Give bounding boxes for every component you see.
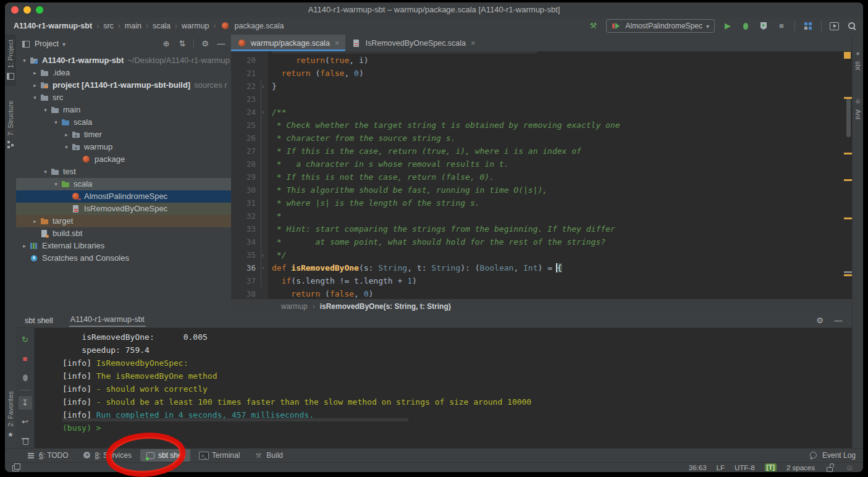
tab-package-scala[interactable]: warmup/package.scala × (231, 35, 345, 51)
tool-button-sbt[interactable]: ● sbt (853, 43, 863, 75)
gear-icon[interactable]: ⚙ (815, 316, 825, 326)
toolwindow-button-todo[interactable]: 6: TODO (21, 449, 74, 462)
build-hammer-icon[interactable]: ⚒ (588, 21, 598, 31)
run-config-select[interactable]: AlmostPalindromeSpec ▾ (606, 19, 715, 33)
fold-marker-icon[interactable]: ▵ (258, 80, 268, 93)
toolwindow-button-sbt-shell[interactable]: sbt shell (140, 449, 190, 462)
scrollbar-mark[interactable] (844, 271, 852, 273)
rerun-icon[interactable]: ↻ (20, 335, 30, 345)
tree-row-external-libraries[interactable]: ▸External Libraries (16, 240, 231, 252)
tree-expand-icon[interactable]: ▸ (30, 215, 40, 227)
tree-row-isremovedbyonespec[interactable]: IsRemovedByOneSpec (16, 203, 231, 215)
sbt-shell-tab[interactable]: A1140-r1-warmup-sbt (69, 314, 146, 327)
search-everywhere-button[interactable] (847, 21, 857, 31)
breadcrumb-package[interactable]: warmup (281, 302, 308, 311)
tool-button-ant[interactable]: ※ Ant (853, 91, 863, 125)
locate-file-icon[interactable]: ⊕ (161, 39, 171, 49)
close-icon[interactable]: × (471, 38, 476, 48)
tracking-badge[interactable]: [T] (765, 463, 777, 471)
tool-button-favorites[interactable]: 2: Favorites ★ (5, 386, 16, 444)
collapse-all-icon[interactable]: ⇅ (177, 39, 187, 49)
tree-collapse-icon[interactable]: ▾ (20, 54, 29, 67)
tree-collapse-icon[interactable]: ▾ (51, 178, 61, 190)
soft-wrap-icon[interactable]: ↩ (20, 417, 30, 427)
indent-setting[interactable]: 2 spaces (786, 464, 815, 471)
breadcrumb-item-src[interactable]: src (103, 22, 114, 30)
tree-row-project-a1140-r1-warmup-sbt-build[interactable]: ▸project [A1140-r1-warmup-sbt-build]sour… (16, 79, 231, 91)
restore-toolwindows-icon[interactable] (11, 463, 21, 473)
tree-row-src[interactable]: ▾src (16, 91, 231, 104)
tree-collapse-icon[interactable]: ▾ (41, 104, 50, 116)
tree-expand-icon[interactable]: ▸ (20, 240, 29, 252)
stop-icon[interactable]: ■ (20, 354, 30, 364)
run-window-button[interactable] (830, 22, 839, 30)
run-with-coverage-button[interactable] (759, 21, 769, 31)
clear-all-icon[interactable] (20, 436, 30, 446)
lock-icon[interactable] (825, 463, 835, 473)
tool-button-structure[interactable]: 7: Structure (5, 96, 16, 154)
fold-marker-icon[interactable]: ▿ (258, 261, 268, 274)
toolwindow-button-build[interactable]: ⚒Build (248, 449, 288, 462)
breadcrumb-item-main[interactable]: main (125, 22, 141, 30)
tree-item-label: IsRemovedByOneSpec (84, 203, 167, 215)
chevron-down-icon[interactable]: ▾ (62, 41, 65, 48)
breadcrumb-item-a1140-r1-warmup-sbt[interactable]: A1140-r1-warmup-sbt (14, 22, 92, 30)
scrollbar-mark[interactable] (844, 97, 852, 99)
scrollbar-mark[interactable] (844, 153, 852, 154)
run-button[interactable]: ▶ (723, 21, 733, 31)
tree-expand-icon[interactable]: ▸ (30, 79, 40, 91)
tree-collapse-icon[interactable]: ▾ (30, 91, 40, 104)
tree-row-a1140-r1-warmup-sbt[interactable]: ▾A1140-r1-warmup-sbt~/Desktop/A1140-r1-w… (16, 54, 231, 67)
tree-row-main[interactable]: ▾main (16, 104, 231, 116)
hide-panel-icon[interactable]: — (216, 39, 226, 49)
stop-button[interactable]: ■ (777, 21, 786, 31)
close-icon[interactable]: × (335, 38, 340, 48)
console-output[interactable]: isRemovedByOne: 0.005 speedup: 759.4[inf… (35, 328, 852, 448)
breadcrumb-item-warmup[interactable]: warmup (182, 22, 209, 30)
toolwindow-button-terminal[interactable]: Terminal (194, 450, 245, 461)
tree-row-build-sbt[interactable]: build.sbt (16, 227, 231, 240)
tree-expand-icon[interactable]: ▸ (30, 67, 40, 79)
hide-panel-icon[interactable]: — (833, 316, 843, 326)
tree-row-scala[interactable]: ▾scala (16, 178, 231, 190)
tree-row-idea[interactable]: ▸.idea (16, 67, 231, 79)
gear-icon[interactable]: ⚙ (200, 39, 210, 49)
bug-icon[interactable] (20, 373, 30, 383)
tree-row-package[interactable]: package (16, 153, 231, 166)
tree-collapse-icon[interactable]: ▾ (41, 166, 50, 178)
file-status-marker[interactable] (844, 52, 851, 59)
tree-row-test[interactable]: ▾test (16, 166, 231, 178)
event-log-button[interactable]: Event Log (809, 450, 856, 460)
caret-position[interactable]: 36:63 (689, 464, 707, 471)
breadcrumb-item-package-scala[interactable]: package.scala (235, 22, 284, 30)
tree-row-almostpalindromespec[interactable]: AlmostPalindromeSpec (16, 190, 231, 203)
hector-inspector-icon[interactable]: ☺ (845, 463, 854, 473)
scrollbar-thumb[interactable] (846, 98, 851, 137)
tab-isremovedbyonespec-scala[interactable]: IsRemovedByOneSpec.scala × (345, 35, 481, 51)
scrollbar-mark[interactable] (844, 179, 852, 181)
tree-row-scratches-and-consoles[interactable]: Scratches and Consoles (16, 252, 231, 264)
scroll-to-end-icon[interactable]: ↧ (20, 398, 30, 408)
scrollbar-mark[interactable] (844, 217, 852, 219)
breadcrumb-item-scala[interactable]: scala (153, 22, 171, 30)
scrollbar-mark[interactable] (844, 274, 852, 276)
fold-marker-icon[interactable]: ▵ (258, 248, 268, 261)
fold-marker-icon[interactable]: ▿ (258, 106, 268, 119)
project-structure-button[interactable] (803, 21, 813, 31)
tree-row-target[interactable]: ▸target (16, 215, 231, 227)
tree-collapse-icon[interactable]: ▾ (62, 141, 71, 153)
toolwindow-button-services[interactable]: 8: Services (77, 449, 137, 462)
breadcrumb-member[interactable]: isRemovedByOne(s: String, t: String) (320, 302, 451, 311)
tree-row-warmup[interactable]: ▾warmup (16, 141, 231, 153)
code-editor[interactable]: 20 return(true, i)21 return (false, 0)22… (231, 51, 852, 299)
file-encoding[interactable]: UTF-8 (735, 464, 755, 471)
tool-button-project[interactable]: 1: Project (5, 35, 16, 86)
console-toolbar: ↻ ■ ↧ ↩ (16, 328, 35, 448)
debug-button[interactable] (741, 21, 751, 31)
line-ending[interactable]: LF (717, 464, 725, 471)
tree-expand-icon[interactable]: ▸ (62, 129, 71, 141)
tree-collapse-icon[interactable]: ▾ (51, 116, 61, 129)
titlebar[interactable]: A1140-r1-warmup-sbt – warmup/package.sca… (5, 2, 863, 18)
tree-row-scala[interactable]: ▾scala (16, 116, 231, 129)
tree-row-timer[interactable]: ▸timer (16, 129, 231, 141)
